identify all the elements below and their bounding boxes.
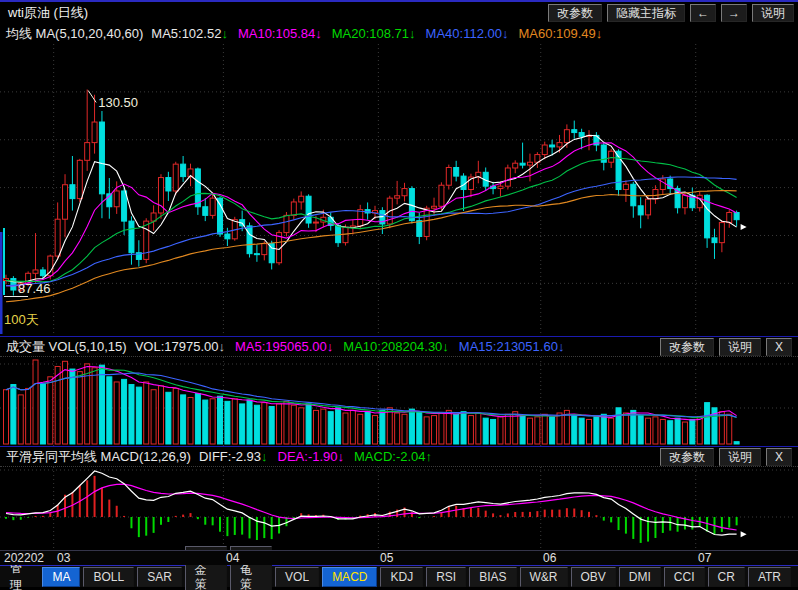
help-button[interactable]: 说明: [752, 4, 794, 22]
svg-text:100天: 100天: [4, 312, 39, 327]
macd-value-item-2: MACD:-2.04↑: [354, 449, 432, 464]
tab-kdj[interactable]: KDJ: [380, 567, 423, 587]
volume-params-label: 成交量 VOL(5,10,15): [6, 338, 127, 356]
arrow-left-icon[interactable]: ←: [690, 4, 716, 22]
volume-chart[interactable]: [0, 357, 798, 446]
tab-bias[interactable]: BIAS: [469, 567, 516, 587]
main-price-chart[interactable]: 130.5087.46100天: [0, 44, 798, 336]
axis-label-07: 07: [698, 551, 711, 565]
tab-obv[interactable]: OBV: [571, 567, 616, 587]
axis-label-04: 04: [226, 551, 239, 565]
axis-label-202202: 202202: [4, 551, 44, 565]
macd-chart[interactable]: [0, 467, 798, 550]
down-arrow-icon: ↓: [327, 339, 334, 354]
axis-label-05: 05: [380, 551, 393, 565]
macd-values: DIFF:-2.93↓DEA:-1.90↓MACD:-2.04↑: [199, 449, 442, 464]
vol-value-item-2: MA10:208204.30↓: [343, 339, 449, 354]
down-arrow-icon: ↓: [221, 26, 228, 41]
down-arrow-icon: ↓: [502, 26, 509, 41]
ma-value-item-0: MA5:102.52↓: [151, 26, 228, 41]
tab-sar[interactable]: SAR: [137, 567, 182, 587]
macd-value-item-1: DEA:-1.90↓: [278, 449, 344, 464]
down-arrow-icon: ↓: [442, 339, 449, 354]
hide-main-indicator-button[interactable]: 隐藏主指标: [607, 4, 685, 22]
ma-value-item-3: MA40:112.00↓: [426, 26, 509, 41]
volume-header: 成交量 VOL(5,10,15) VOL:17975.00↓MA5:195065…: [0, 336, 798, 357]
tab-cci[interactable]: CCI: [664, 567, 705, 587]
tab-boll[interactable]: BOLL: [83, 567, 134, 587]
macd-lines-layer: [6, 471, 747, 537]
tab-dmi[interactable]: DMI: [619, 567, 661, 587]
up-arrow-icon: ↑: [426, 449, 433, 464]
macd-change-params-button[interactable]: 改参数: [660, 448, 714, 466]
macd-params-label: 平滑异同平均线 MACD(12,26,9): [6, 448, 191, 466]
ma-info-bar: 均线 MA(5,10,20,40,60) MA5:102.52↓MA10:105…: [0, 23, 798, 44]
ma-lines-layer: [6, 135, 747, 301]
down-arrow-icon: ↓: [315, 26, 322, 41]
volume-values: VOL:17975.00↓MA5:195065.00↓MA10:208204.3…: [135, 339, 575, 354]
ma5-trend-arrow-icon: [741, 224, 747, 230]
axis-label-03: 03: [57, 551, 70, 565]
down-arrow-icon: ↓: [219, 339, 226, 354]
change-params-button[interactable]: 改参数: [548, 4, 602, 22]
time-axis: 2022020304050607: [0, 550, 798, 565]
tab-atr[interactable]: ATR: [748, 567, 791, 587]
annotations-layer: 130.5087.46100天: [4, 90, 138, 327]
candles-layer: [4, 89, 740, 295]
tab-macd[interactable]: MACD: [322, 567, 377, 587]
macd-help-button[interactable]: 说明: [719, 448, 761, 466]
volume-change-params-button[interactable]: 改参数: [660, 338, 714, 356]
volume-close-button[interactable]: X: [766, 338, 792, 356]
tab-ma[interactable]: MA: [42, 567, 80, 587]
ma-value-item-2: MA20:108.71↓: [332, 26, 416, 41]
down-arrow-icon: ↓: [409, 26, 416, 41]
macd-close-button[interactable]: X: [766, 448, 792, 466]
down-arrow-icon: ↓: [338, 449, 345, 464]
down-arrow-icon: ↓: [558, 339, 565, 354]
vol-value-item-0: VOL:17975.00↓: [135, 339, 225, 354]
axis-label-06: 06: [543, 551, 556, 565]
down-arrow-icon: ↓: [596, 26, 603, 41]
volume-bars-layer: [4, 360, 740, 444]
vol-value-item-3: MA15:213051.60↓: [459, 339, 565, 354]
ma-values: MA5:102.52↓MA10:105.84↓MA20:108.71↓MA40:…: [151, 26, 612, 41]
volume-help-button[interactable]: 说明: [719, 338, 761, 356]
tab-cr[interactable]: CR: [708, 567, 745, 587]
arrow-right-icon[interactable]: →: [721, 4, 747, 22]
tab-w&r[interactable]: W&R: [520, 567, 568, 587]
title-bar: wti原油 (日线) 改参数 隐藏主指标 ← → 说明: [0, 0, 798, 23]
ma-value-item-4: MA60:109.49↓: [518, 26, 602, 41]
ma-value-item-1: MA10:105.84↓: [238, 26, 322, 41]
ma-params-label: 均线 MA(5,10,20,40,60): [6, 25, 143, 43]
macd-value-item-0: DIFF:-2.93↓: [199, 449, 268, 464]
indicator-tab-bar: 管理 MABOLLSAR集金策略海龟策略VOLMACDKDJRSIBIASW&R…: [0, 565, 798, 587]
svg-text:130.50: 130.50: [98, 95, 138, 110]
page-title: wti原油 (日线): [4, 4, 88, 22]
diff-trend-arrow-icon: [741, 531, 747, 537]
tab-rsi[interactable]: RSI: [426, 567, 466, 587]
svg-text:87.46: 87.46: [18, 281, 51, 296]
tab-vol[interactable]: VOL: [275, 567, 319, 587]
down-arrow-icon: ↓: [261, 449, 268, 464]
macd-header: 平滑异同平均线 MACD(12,26,9) DIFF:-2.93↓DEA:-1.…: [0, 446, 798, 467]
vol-value-item-1: MA5:195065.00↓: [235, 339, 333, 354]
